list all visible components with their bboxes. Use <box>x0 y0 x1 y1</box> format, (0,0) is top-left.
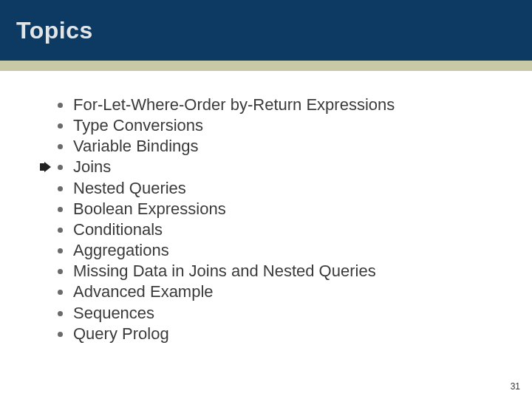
bullet-icon <box>58 269 63 274</box>
current-marker-slot <box>40 282 58 302</box>
arrow-right-icon <box>40 162 51 172</box>
bullet-icon <box>58 248 63 253</box>
item-text: Boolean Expressions <box>73 199 226 219</box>
item-text: Type Conversions <box>73 115 203 136</box>
bullet-icon <box>58 186 63 191</box>
page-number: 31 <box>511 381 520 392</box>
item-text: Variable Bindings <box>73 136 199 157</box>
current-marker-slot <box>40 95 58 115</box>
slide-title: Topics <box>16 17 93 44</box>
bullet-icon <box>58 332 63 337</box>
list-item: Query Prolog <box>58 324 517 344</box>
list-item: Sequences <box>58 303 517 324</box>
list-item: Missing Data in Joins and Nested Queries <box>58 261 517 282</box>
list-item: For-Let-Where-Order by-Return Expression… <box>58 95 517 115</box>
list-item: Nested Queries <box>58 178 517 199</box>
list-item: Advanced Example <box>58 282 517 302</box>
item-text: For-Let-Where-Order by-Return Expression… <box>73 95 395 115</box>
bullet-icon <box>58 103 63 108</box>
topics-list: For-Let-Where-Order by-Return Expression… <box>58 95 517 344</box>
item-text: Joins <box>73 157 111 177</box>
bullet-icon <box>58 311 63 316</box>
list-item: Variable Bindings <box>58 136 517 157</box>
current-marker-slot <box>40 178 58 199</box>
item-text: Missing Data in Joins and Nested Queries <box>73 261 376 282</box>
current-marker-slot <box>40 219 58 240</box>
current-marker-slot <box>40 240 58 261</box>
current-marker-slot <box>40 303 58 324</box>
item-text: Query Prolog <box>73 324 169 344</box>
list-item: Joins <box>58 157 517 177</box>
item-text: Conditionals <box>73 219 163 240</box>
accent-band <box>0 61 532 71</box>
bullet-icon <box>58 228 63 233</box>
list-item: Boolean Expressions <box>58 199 517 219</box>
current-marker-slot <box>40 261 58 282</box>
bullet-icon <box>58 290 63 295</box>
list-item: Type Conversions <box>58 115 517 136</box>
bullet-icon <box>58 123 63 129</box>
current-marker-slot <box>40 324 58 344</box>
current-marker-slot <box>40 199 58 219</box>
current-marker-slot <box>40 136 58 157</box>
item-text: Nested Queries <box>73 178 186 199</box>
list-item: Aggregations <box>58 240 517 261</box>
item-text: Advanced Example <box>73 282 214 302</box>
list-item: Conditionals <box>58 219 517 240</box>
bullet-icon <box>58 207 63 212</box>
item-text: Aggregations <box>73 240 169 261</box>
title-bar: Topics <box>0 0 532 61</box>
bullet-icon <box>58 144 63 149</box>
current-marker-slot <box>40 157 58 177</box>
bullet-icon <box>58 165 63 170</box>
item-text: Sequences <box>73 303 154 324</box>
current-marker-slot <box>40 115 58 136</box>
